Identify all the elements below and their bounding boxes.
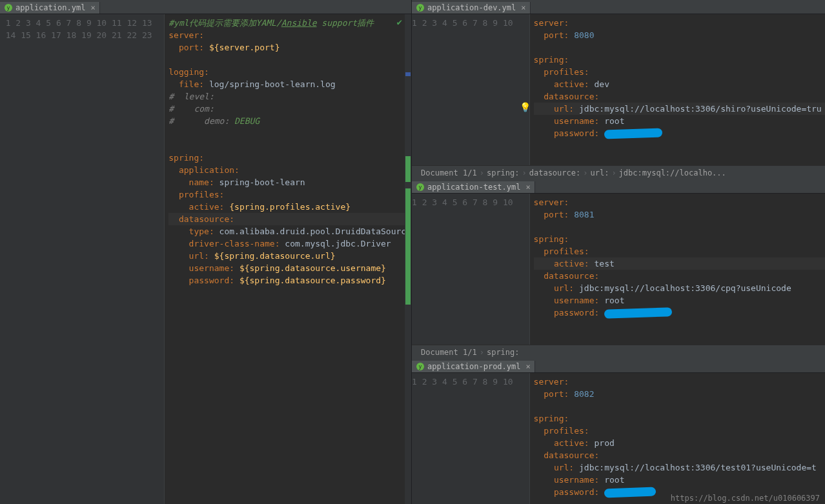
editor-test: y application-test.yml × 1 2 3 4 5 6 7 8… (412, 179, 825, 359)
close-icon[interactable]: × (521, 3, 525, 12)
checkmark-icon: ✔ (397, 17, 402, 27)
yaml-file-icon: y (416, 183, 425, 192)
fold-column (160, 14, 165, 504)
svg-text:y: y (419, 185, 422, 190)
tab-bar-test: y application-test.yml × (412, 179, 825, 194)
watermark-text: https://blog.csdn.net/u010606397 (671, 494, 820, 503)
fold-column: 💡 (521, 14, 530, 165)
tab-bar-left: y application.yml × (0, 0, 411, 14)
intention-bulb-icon[interactable]: 💡 (520, 102, 531, 112)
tab-label: application.yml (15, 3, 85, 12)
tab-application-yml[interactable]: y application.yml × (0, 2, 100, 14)
line-gutter: 1 2 3 4 5 6 7 8 9 10 (412, 373, 521, 504)
yaml-file-icon: y (416, 3, 425, 12)
svg-text:y: y (7, 5, 10, 11)
tab-label: application-dev.yml (427, 3, 516, 12)
breadcrumb-test[interactable]: Document 1/1› spring: (412, 345, 825, 359)
close-icon[interactable]: × (526, 183, 531, 192)
tab-application-test-yml[interactable]: y application-test.yml × (412, 181, 535, 193)
breadcrumb-dev[interactable]: Document 1/1› spring:› datasource:› url:… (412, 165, 825, 179)
svg-text:y: y (419, 364, 422, 370)
redacted-password (604, 487, 656, 498)
code-area[interactable]: server: port: 8081 spring: profiles: act… (530, 194, 825, 345)
line-gutter: 1 2 3 4 5 6 7 8 9 10 11 12 13 14 15 16 1… (0, 14, 160, 504)
redacted-password (604, 307, 672, 319)
editor-dev: y application-dev.yml × 1 2 3 4 5 6 7 8 … (412, 0, 825, 179)
editor-left[interactable]: 1 2 3 4 5 6 7 8 9 10 11 12 13 14 15 16 1… (0, 14, 411, 504)
yaml-file-icon: y (416, 362, 425, 371)
tab-application-prod-yml[interactable]: y application-prod.yml × (412, 361, 535, 372)
left-editor-pane: y application.yml × 1 2 3 4 5 6 7 8 9 10… (0, 0, 412, 504)
close-icon[interactable]: × (526, 362, 531, 371)
fold-column (521, 194, 530, 345)
tab-label: application-test.yml (427, 183, 521, 192)
code-area[interactable]: #yml代码提示需要添加YAML/Ansible support插件 serve… (165, 14, 411, 504)
tab-bar-prod: y application-prod.yml × (412, 359, 825, 373)
editor-prod: y application-prod.yml × 1 2 3 4 5 6 7 8… (412, 359, 825, 504)
code-area[interactable]: server: port: 8080 spring: profiles: act… (530, 14, 825, 165)
fold-column (521, 373, 530, 504)
right-editor-stack: y application-dev.yml × 1 2 3 4 5 6 7 8 … (412, 0, 825, 504)
line-gutter: 1 2 3 4 5 6 7 8 9 10 (412, 14, 521, 165)
yaml-file-icon: y (4, 3, 13, 12)
close-icon[interactable]: × (90, 3, 95, 12)
tab-application-dev-yml[interactable]: y application-dev.yml × (412, 2, 531, 14)
tab-bar-dev: y application-dev.yml × (412, 0, 825, 14)
marker-bar[interactable] (405, 14, 411, 504)
code-area[interactable]: server: port: 8082 spring: profiles: act… (530, 373, 825, 504)
line-gutter: 1 2 3 4 5 6 7 8 9 10 (412, 194, 521, 345)
redacted-password (604, 128, 662, 139)
tab-label: application-prod.yml (427, 362, 521, 371)
svg-text:y: y (419, 5, 422, 11)
